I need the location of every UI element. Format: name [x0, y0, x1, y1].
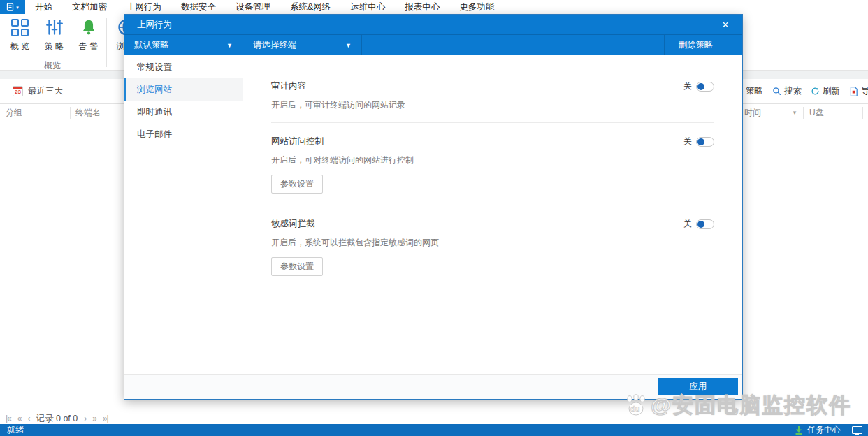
pagination-prev-group-button[interactable]: « [17, 414, 22, 423]
column-header-udisk[interactable]: U盘 [809, 104, 824, 122]
param-settings-button[interactable]: 参数设置 [271, 175, 323, 194]
section-title: 敏感词拦截 [271, 218, 315, 230]
toggle-knob [697, 138, 704, 145]
close-icon[interactable]: ✕ [714, 15, 737, 34]
dialog-body: 常规设置 浏览网站 即时通讯 电子邮件 审计内容 关 开启后，可审计终端访问的网… [124, 55, 742, 374]
refresh-button[interactable]: 刷新 [811, 85, 840, 97]
ribbon-item-label: 告 警 [79, 41, 98, 52]
dialog-footer: 应用 [124, 374, 742, 399]
right-toolbar: 策略 搜索 刷新 导出 [734, 79, 868, 103]
ribbon-item-alert[interactable]: 告 警 [71, 15, 106, 59]
date-filter[interactable]: 23 最近三天 [0, 79, 124, 103]
date-filter-label: 最近三天 [28, 85, 63, 97]
chevron-down-icon: ▼ [226, 42, 233, 49]
pagination-next-group-button[interactable]: » [92, 414, 96, 423]
section-audit-content: 审计内容 关 开启后，可审计终端访问的网站记录 [271, 80, 714, 123]
ribbon-item-overview[interactable]: 概 览 [3, 15, 37, 59]
search-button[interactable]: 搜索 [772, 85, 802, 97]
export-button[interactable]: 导出 [849, 85, 868, 97]
menu-bar: ▾ 开始 文档加密 上网行为 数据安全 设备管理 系统&网络 运维中心 报表中心… [0, 0, 868, 14]
section-description: 开启后，可审计终端访问的网站记录 [271, 99, 714, 111]
dialog-filterbar: 默认策略 ▼ 请选择终端 ▼ 删除策略 [124, 34, 742, 55]
dialog-content: 审计内容 关 开启后，可审计终端访问的网站记录 网站访问控制 关 [243, 55, 742, 374]
menu-tab-ops-center[interactable]: 运维中心 [340, 0, 395, 14]
toolbar-label: 刷新 [823, 85, 840, 97]
column-separator[interactable] [862, 107, 863, 119]
internet-behavior-dialog: 上网行为 ✕ 默认策略 ▼ 请选择终端 ▼ 删除策略 常规设置 浏览网站 即时通… [124, 14, 743, 400]
pagination-prev-button[interactable]: ‹ [27, 414, 29, 423]
policy-select-value: 默认策略 [134, 39, 169, 51]
dialog-sidebar: 常规设置 浏览网站 即时通讯 电子邮件 [124, 55, 243, 374]
sidebar-item-email[interactable]: 电子邮件 [124, 123, 243, 145]
menu-tab-start[interactable]: 开始 [25, 0, 62, 14]
section-title: 网站访问控制 [271, 136, 324, 147]
app-menu-icon [6, 3, 15, 11]
terminal-select-value: 请选择终端 [253, 39, 297, 51]
apply-button[interactable]: 应用 [658, 378, 738, 395]
column-separator[interactable] [803, 107, 804, 119]
app-menu-caret-icon: ▾ [16, 5, 19, 10]
menu-tab-data-security[interactable]: 数据安全 [171, 0, 226, 14]
menu-tab-system-network[interactable]: 系统&网络 [280, 0, 340, 14]
website-access-toggle[interactable] [696, 137, 714, 147]
toggle-knob [697, 83, 704, 90]
calendar-icon: 23 [13, 86, 23, 96]
policy-select-dropdown[interactable]: 默认策略 ▼ [124, 35, 243, 55]
pagination-last-button[interactable]: »| [103, 414, 108, 423]
pagination-first-button[interactable]: |« [6, 414, 11, 423]
refresh-icon [811, 87, 820, 96]
monitor-icon[interactable] [852, 426, 862, 434]
dialog-title: 上网行为 [137, 19, 172, 31]
status-bar: 就绪 任务中心 [0, 424, 868, 436]
ribbon-item-label: 概 览 [10, 41, 29, 52]
audit-content-toggle[interactable] [696, 82, 714, 92]
delete-policy-button[interactable]: 删除策略 [664, 35, 727, 55]
sensitive-word-toggle[interactable] [696, 219, 714, 229]
ribbon-group-divider [106, 18, 107, 67]
app-window: ▾ 开始 文档加密 上网行为 数据安全 设备管理 系统&网络 运维中心 报表中心… [0, 0, 868, 436]
section-website-access-control: 网站访问控制 关 开启后，可对终端访问的网站进行控制 参数设置 [271, 123, 714, 205]
sidebar-item-browse-website[interactable]: 浏览网站 [124, 78, 243, 101]
sidebar-item-general-settings[interactable]: 常规设置 [124, 56, 243, 78]
column-filter-caret-icon[interactable]: ▼ [792, 104, 797, 122]
toolbar-label: 策略 [746, 85, 763, 97]
toggle-state-label: 关 [683, 80, 692, 92]
policy-sliders-icon [45, 18, 64, 36]
menu-tab-device-mgmt[interactable]: 设备管理 [226, 0, 280, 14]
toggle-state-label: 关 [683, 218, 692, 230]
toolbar-label: 导出 [861, 85, 868, 97]
menu-tab-doc-encrypt[interactable]: 文档加密 [62, 0, 117, 14]
ribbon-item-label: 策 略 [45, 41, 64, 52]
alert-bell-icon [80, 18, 98, 36]
pagination-bar: |« « ‹ 记录 0 of 0 › » »| [6, 412, 108, 425]
section-title: 审计内容 [271, 80, 306, 92]
section-sensitive-word-block: 敏感词拦截 关 开启后，系统可以拦截包含指定敏感词的网页 参数设置 [271, 205, 714, 287]
terminal-select-dropdown[interactable]: 请选择终端 ▼ [243, 35, 362, 55]
overview-grid-icon [11, 19, 29, 36]
column-header-time[interactable]: 时间 [744, 104, 761, 122]
param-settings-button[interactable]: 参数设置 [271, 257, 323, 276]
app-menu-button[interactable]: ▾ [0, 0, 25, 14]
task-center-button[interactable]: 任务中心 [807, 424, 841, 436]
column-separator[interactable] [70, 107, 71, 119]
export-file-icon [849, 87, 858, 96]
task-download-icon [795, 426, 803, 435]
toggle-state-label: 关 [683, 136, 692, 147]
toolbar-label: 搜索 [784, 85, 802, 97]
menu-tab-report-center[interactable]: 报表中心 [395, 0, 449, 14]
menu-tab-internet-behavior[interactable]: 上网行为 [117, 0, 171, 14]
section-description: 开启后，系统可以拦截包含指定敏感词的网页 [271, 237, 714, 249]
column-header-group[interactable]: 分组 [6, 104, 22, 122]
dialog-titlebar: 上网行为 ✕ [124, 15, 742, 34]
record-count-text: 记录 0 of 0 [36, 413, 78, 425]
menu-tab-more-features[interactable]: 更多功能 [449, 0, 504, 14]
toggle-knob [697, 221, 704, 228]
ribbon-item-policy[interactable]: 策 略 [37, 15, 71, 59]
section-description: 开启后，可对终端访问的网站进行控制 [271, 154, 714, 166]
status-ready-text: 就绪 [7, 424, 24, 436]
chevron-down-icon: ▼ [345, 42, 352, 49]
sidebar-item-instant-messaging[interactable]: 即时通讯 [124, 101, 243, 123]
column-header-terminal[interactable]: 终端名 [75, 104, 101, 122]
pagination-next-button[interactable]: › [84, 414, 86, 423]
search-icon [772, 87, 781, 96]
